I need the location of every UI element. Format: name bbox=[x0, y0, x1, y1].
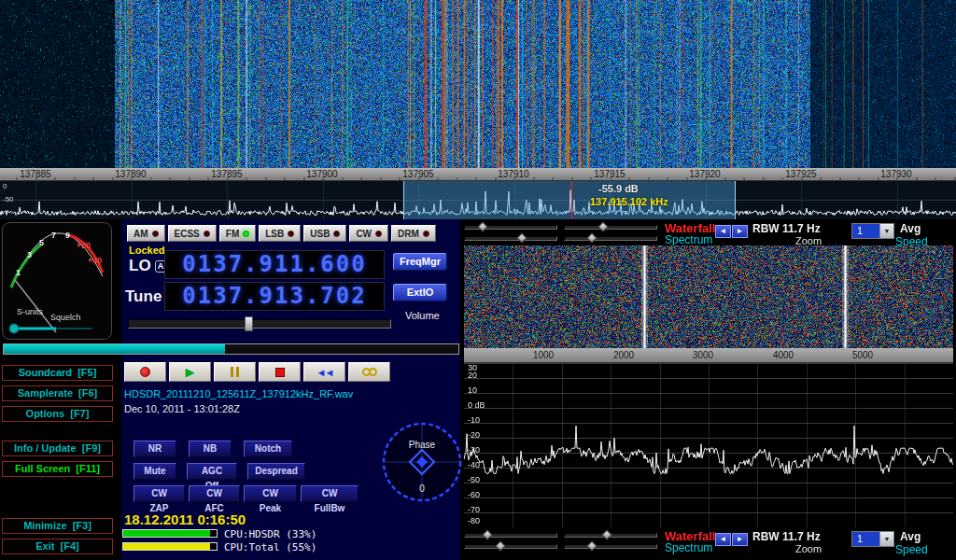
rbw-label: RBW 11.7 Hz bbox=[752, 530, 821, 543]
brightness-slider[interactable] bbox=[464, 225, 557, 230]
freqmgr-button[interactable]: FreqMgr bbox=[393, 253, 447, 271]
avg-label: Avg bbox=[900, 222, 921, 235]
lo-frequency-display[interactable]: 0137.911.600 bbox=[164, 250, 385, 279]
samplerate-button[interactable]: Samplerate [F6] bbox=[2, 385, 113, 401]
slider-thumb[interactable] bbox=[482, 529, 492, 539]
zoom-waterfall[interactable] bbox=[464, 245, 953, 348]
db-axis-label: -30 bbox=[468, 446, 480, 455]
nr-button[interactable]: NR bbox=[134, 441, 176, 457]
zoom-slider[interactable] bbox=[564, 544, 657, 549]
shift-right-button[interactable]: ► bbox=[732, 533, 748, 546]
db-axis-label: 20 bbox=[468, 371, 477, 380]
rf-scale-label: 5000 bbox=[852, 350, 873, 360]
lo-label: LOA bbox=[129, 257, 167, 275]
shift-left-button[interactable]: ◄ bbox=[715, 533, 731, 546]
avg-dropdown-value: 1 bbox=[852, 224, 879, 238]
dsp-row-1: NR NB Notch bbox=[134, 441, 292, 457]
contrast-slider[interactable] bbox=[564, 225, 657, 230]
stop-button[interactable] bbox=[259, 362, 301, 382]
rf-scale-label: 1000 bbox=[533, 350, 554, 360]
shift-left-button[interactable]: ◄ bbox=[715, 225, 731, 238]
slider-thumb[interactable] bbox=[601, 529, 612, 539]
zoom-selection-region[interactable] bbox=[403, 181, 736, 219]
db-axis-label: -80 bbox=[468, 517, 480, 525]
slider-thumb[interactable] bbox=[586, 540, 597, 551]
dsp-row-2: Mute AGC Off Despread bbox=[134, 463, 305, 480]
spectrum-y-label: -50 bbox=[3, 195, 14, 203]
audio-spectrum-canvas[interactable] bbox=[464, 363, 953, 527]
freq-label: 137925 bbox=[785, 169, 816, 179]
dropdown-arrow-icon[interactable]: ▼ bbox=[879, 532, 893, 546]
freq-label: 137905 bbox=[402, 169, 433, 179]
cw-peak-button[interactable]: CW Peak bbox=[244, 485, 297, 502]
main-spectrum[interactable]: 0 -50 -55.9 dB 137.915.102 kHz bbox=[0, 181, 956, 219]
rf-scale-label: 3000 bbox=[693, 350, 713, 360]
slider-thumb[interactable] bbox=[598, 221, 609, 231]
frequency-scale[interactable]: 137885 137890 137895 137900 137905 13791… bbox=[0, 168, 956, 181]
phase-indicator: Phase 0 bbox=[379, 419, 465, 505]
contrast-slider[interactable] bbox=[564, 533, 657, 538]
phase-value: 0 bbox=[419, 483, 425, 494]
squelch-knob[interactable] bbox=[9, 324, 19, 333]
volume-label: Volume bbox=[405, 310, 440, 321]
freq-label: 137890 bbox=[115, 169, 146, 179]
slider-thumb[interactable] bbox=[586, 232, 597, 243]
cw-afc-button[interactable]: CW AFC bbox=[189, 485, 240, 502]
zoom-waterfall-scale[interactable]: 1000 2000 3000 4000 5000 bbox=[464, 348, 953, 363]
pause-button[interactable] bbox=[214, 362, 256, 382]
hdsdr-window: 137885 137890 137895 137900 137905 13791… bbox=[0, 0, 956, 560]
loop-button[interactable] bbox=[348, 362, 390, 382]
s-units-label: S-units bbox=[17, 307, 44, 316]
squelch-slider[interactable] bbox=[3, 343, 459, 355]
slider-thumb[interactable] bbox=[496, 540, 506, 551]
rewind-button[interactable]: ◄◄ bbox=[303, 362, 345, 382]
range-slider[interactable] bbox=[464, 236, 557, 241]
zoom-slider[interactable] bbox=[564, 236, 657, 241]
main-waterfall[interactable] bbox=[0, 0, 956, 168]
notch-button[interactable]: Notch bbox=[244, 441, 292, 457]
volume-slider[interactable] bbox=[128, 319, 391, 329]
shift-right-button[interactable]: ► bbox=[732, 225, 748, 238]
tune-label: Tune bbox=[125, 287, 162, 306]
playback-controls: ▶ ◄◄ bbox=[124, 362, 390, 382]
play-button[interactable]: ▶ bbox=[169, 362, 211, 382]
spectrum-y-label: 0 bbox=[3, 182, 7, 190]
dropdown-arrow-icon[interactable]: ▼ bbox=[879, 224, 893, 238]
tune-frequency-display[interactable]: 0137.913.702 bbox=[164, 282, 385, 311]
soundcard-button[interactable]: Soundcard [F5] bbox=[2, 365, 113, 381]
range-slider[interactable] bbox=[464, 544, 557, 549]
extio-button[interactable]: ExtIO bbox=[393, 284, 447, 301]
squelch-label: Squelch bbox=[50, 313, 81, 322]
avg-dropdown[interactable]: 1 ▼ bbox=[851, 531, 894, 547]
tune-marker-line bbox=[571, 181, 572, 219]
phase-label: Phase bbox=[409, 440, 436, 450]
freq-label: 137885 bbox=[20, 169, 50, 179]
db-axis-label: -70 bbox=[468, 506, 480, 514]
nb-button[interactable]: NB bbox=[189, 441, 232, 457]
despread-button[interactable]: Despread bbox=[247, 463, 305, 480]
squelch-slider-fill bbox=[4, 344, 225, 354]
mute-button[interactable]: Mute bbox=[134, 463, 176, 480]
options-button[interactable]: Options [F7] bbox=[2, 406, 113, 422]
info-update-button[interactable]: Info / Update [F9] bbox=[2, 441, 113, 456]
spectrum-mode-label[interactable]: Spectrum bbox=[665, 541, 712, 554]
avg-dropdown[interactable]: 1 ▼ bbox=[851, 223, 894, 239]
db-axis-label: -60 bbox=[468, 491, 480, 499]
cw-fullbw-button[interactable]: CW FullBw bbox=[301, 485, 358, 502]
brightness-slider[interactable] bbox=[464, 533, 557, 538]
rewind-icon: ◄◄ bbox=[316, 367, 333, 378]
volume-slider-thumb[interactable] bbox=[245, 316, 253, 331]
spectrum-mode-label[interactable]: Spectrum bbox=[665, 233, 712, 246]
cw-zap-button[interactable]: CW ZAP bbox=[134, 485, 185, 502]
record-button[interactable] bbox=[124, 362, 166, 382]
avg-dropdown-value: 1 bbox=[852, 532, 879, 546]
fullscreen-button[interactable]: Full Screen [F11] bbox=[2, 461, 113, 477]
audio-spectrum[interactable]: 30 20 10 0 dB -10 -20 -30 -40 -50 -60 -7… bbox=[464, 363, 953, 527]
date-time-display: 18.12.2011 0:16:50 bbox=[124, 511, 246, 527]
rbw-label: RBW 11.7 Hz bbox=[752, 222, 821, 235]
slider-thumb[interactable] bbox=[516, 232, 527, 243]
db-readout: -55.9 dB bbox=[598, 183, 639, 194]
slider-thumb[interactable] bbox=[477, 221, 487, 231]
agc-off-button[interactable]: AGC Off bbox=[187, 463, 237, 480]
freq-label: 137915 bbox=[594, 169, 625, 179]
